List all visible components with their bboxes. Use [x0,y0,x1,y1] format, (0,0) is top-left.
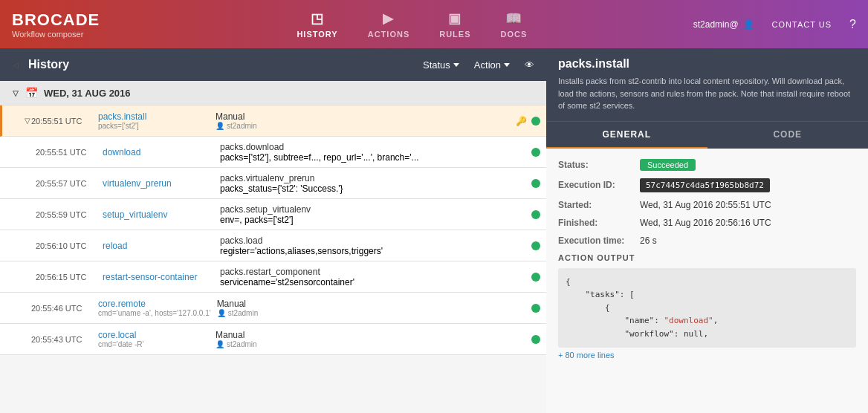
table-row[interactable]: 20:55:59 UTC setup_virtualenv packs.setu… [0,199,546,230]
execution-trigger: Manual 👤 st2admin [210,330,503,348]
date-group: ▽ 📅 WED, 31 AUG 2016 [0,81,546,105]
status-indicator [531,117,540,126]
exec-id-label: Execution ID: [558,180,640,190]
execution-action: core.remote cmd='uname -a', hosts='127.0… [98,299,211,317]
execution-trigger: packs.download packs=['st2'], subtree=f.… [214,142,503,163]
nav-right: st2admin@ 👤 CONTACT US ? [693,18,856,31]
execution-icons [503,335,540,344]
expand-date-icon[interactable]: ▽ [12,89,19,97]
output-label: ACTION OUTPUT [558,253,856,262]
left-panel: ◁ History Status Action 👁 ▽ 📅 WED, 31 AU… [0,48,546,413]
status-label: Status: [558,160,640,170]
brand-name: BROCADE [12,10,131,30]
execution-trigger: packs.load register='actions,aliases,sen… [214,235,503,256]
rules-icon: ▣ [448,10,461,27]
execution-trigger: Manual 👤 st2admin [210,111,503,130]
execution-time: 20:55:51 UTC [36,148,103,157]
status-filter[interactable]: Status [423,59,459,71]
tab-general[interactable]: GENERAL [546,122,707,149]
execution-icons [503,210,540,219]
execution-time: 20:55:51 UTC [31,117,98,126]
started-value: Wed, 31 Aug 2016 20:55:51 UTC [640,200,771,210]
history-header: ◁ History Status Action 👁 [0,48,546,81]
status-filter-chevron [453,63,459,67]
nav-item-rules[interactable]: ▣ RULES [439,10,470,39]
started-label: Started: [558,200,640,210]
user-icon-small: 👤 [216,340,224,348]
contact-us-link[interactable]: CONTACT US [772,20,832,29]
history-title: History [28,58,414,71]
table-row[interactable]: 20:55:43 UTC core.local cmd='date -R' Ma… [0,324,546,355]
expand-row-icon[interactable] [24,336,31,343]
calendar-icon: 📅 [25,87,38,99]
brand: BROCADE Workflow composer [12,10,131,39]
table-row[interactable]: 20:55:51 UTC download packs.download pac… [0,137,546,168]
execution-action: setup_virtualenv [103,209,214,220]
execution-time: 20:56:10 UTC [36,241,103,250]
status-indicator [531,304,540,313]
nav-item-actions[interactable]: ▶ ACTIONS [368,10,410,39]
tab-code[interactable]: CODE [707,122,869,149]
execution-trigger: Manual 👤 st2admin [211,299,503,317]
more-lines-link[interactable]: + 80 more lines [558,351,856,360]
date-label: WED, 31 AUG 2016 [44,88,131,99]
brand-sub: Workflow composer [12,30,131,39]
docs-icon: 📖 [505,10,522,27]
table-row[interactable]: 20:55:46 UTC core.remote cmd='uname -a',… [0,293,546,324]
user-menu[interactable]: st2admin@ 👤 [693,19,754,30]
detail-title: packs.install [558,57,856,71]
status-indicator [531,335,540,344]
main-layout: ◁ History Status Action 👁 ▽ 📅 WED, 31 AU… [0,48,868,413]
right-panel: packs.install Installs packs from st2-co… [546,48,868,413]
exec-time-value: 26 s [640,235,657,246]
user-icon-small: 👤 [217,309,226,317]
action-filter-chevron [504,63,510,67]
finished-label: Finished: [558,218,640,228]
status-indicator [531,148,540,157]
execution-icons: 🔑 [503,116,540,126]
table-row[interactable]: ▽ 20:55:51 UTC packs.install packs=['st2… [0,105,546,137]
nav-item-docs[interactable]: 📖 DOCS [501,10,528,39]
finished-row: Finished: Wed, 31 Aug 2016 20:56:16 UTC [558,218,856,228]
filters: Status Action 👁 [423,59,534,71]
detail-body: Status: Succeeded Execution ID: 57c74457… [546,149,868,414]
execution-action: virtualenv_prerun [103,178,214,189]
help-icon[interactable]: ? [849,18,856,31]
execution-action: core.local cmd='date -R' [98,330,210,348]
collapse-history-icon[interactable]: ◁ [12,61,19,68]
code-block: { "tasks": [ { "name": "download", "work… [558,268,856,348]
status-indicator [531,241,540,250]
execution-time: 20:55:59 UTC [36,210,103,219]
table-row[interactable]: 20:56:15 UTC restart-sensor-container pa… [0,261,546,293]
view-toggle-icon[interactable]: 👁 [525,59,534,71]
execution-trigger: packs.virtualenv_prerun packs_status={'s… [214,173,503,194]
status-indicator [531,210,540,219]
expand-row-icon[interactable] [24,305,31,312]
top-nav: BROCADE Workflow composer ◳ HISTORY ▶ AC… [0,0,868,48]
execution-time: 20:55:57 UTC [36,179,103,188]
started-row: Started: Wed, 31 Aug 2016 20:55:51 UTC [558,200,856,210]
user-name: st2admin@ [693,19,739,30]
detail-header: packs.install Installs packs from st2-co… [546,48,868,121]
action-filter[interactable]: Action [474,59,510,71]
history-icon: ◳ [311,10,324,27]
detail-description: Installs packs from st2-contrib into loc… [558,75,856,112]
status-filter-label: Status [423,59,450,71]
table-row[interactable]: 20:56:10 UTC reload packs.load register=… [0,230,546,261]
nav-item-history[interactable]: ◳ HISTORY [297,10,337,39]
execution-time: 20:55:46 UTC [31,304,98,313]
execution-icons [503,179,540,188]
exec-id-row: Execution ID: 57c74457c4da5f1965bb8d72 [558,178,856,192]
execution-icons [503,148,540,157]
nav-items: ◳ HISTORY ▶ ACTIONS ▣ RULES 📖 DOCS [131,10,693,39]
table-row[interactable]: 20:55:57 UTC virtualenv_prerun packs.vir… [0,168,546,199]
actions-icon: ▶ [383,10,394,27]
execution-trigger: packs.setup_virtualenv env=, packs=['st2… [214,204,503,225]
execution-time: 20:55:43 UTC [31,335,98,344]
execution-icons [503,273,540,282]
expand-row-icon[interactable]: ▽ [24,117,31,125]
execution-action: download [103,147,214,157]
execution-action: restart-sensor-container [103,272,214,282]
execution-action: packs.install packs=['st2'] [98,111,210,130]
detail-tabs: GENERAL CODE [546,121,868,149]
